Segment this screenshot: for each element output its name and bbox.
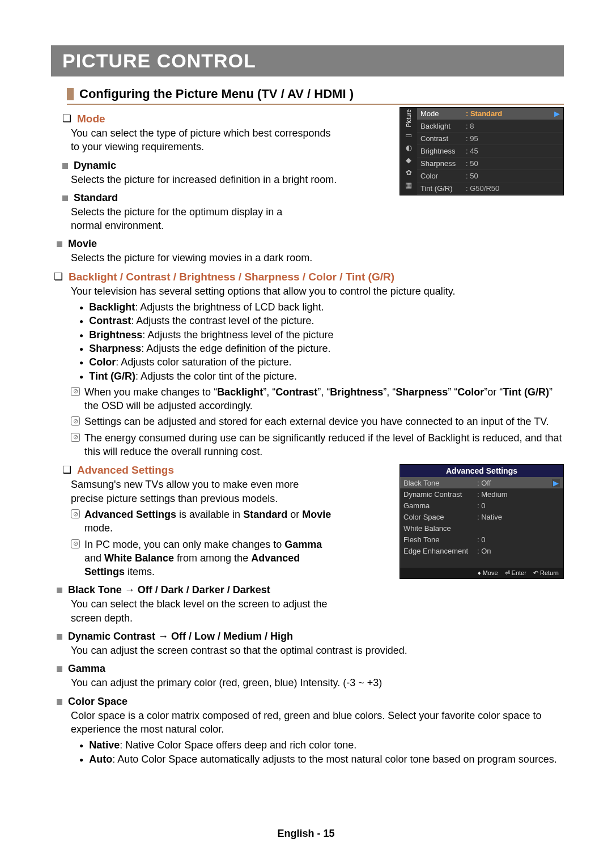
mode-heading: Mode — [77, 113, 105, 125]
osd-row: Mode: Standard▶ — [417, 108, 563, 120]
osd-footer: ♦ Move ⏎ Enter ↶ Return — [400, 568, 563, 578]
gray-bullet-icon — [57, 241, 62, 247]
black-tone-heading: Black Tone → Off / Dark / Darker / Darke… — [68, 584, 270, 596]
osd-row: White Balance — [400, 522, 563, 534]
adjustments-heading: Backlight / Contrast / Brightness / Shar… — [69, 271, 394, 283]
list-item: Backlight: Adjusts the brightness of LCD… — [79, 300, 564, 314]
list-item: Tint (G/R): Adjusts the color tint of th… — [79, 369, 564, 383]
movie-heading: Movie — [68, 238, 97, 250]
osd-row: Color: 50 — [417, 170, 563, 182]
dynamic-contrast-text: You can adjust the screen contrast so th… — [71, 644, 564, 657]
adjustments-intro: Your television has several setting opti… — [71, 284, 564, 298]
note: ⊘Advanced Settings is available in Stand… — [71, 508, 391, 535]
osd-row: Color Space: Native — [400, 511, 563, 522]
gray-bullet-icon — [57, 588, 62, 593]
picture-icon: ▭ — [401, 129, 416, 141]
note-icon: ⊘ — [71, 509, 80, 518]
gray-bullet-icon — [57, 699, 62, 705]
move-hint: ♦ Move — [478, 569, 498, 577]
osd-row: Dynamic Contrast: Medium — [400, 488, 563, 500]
square-bullet-icon: ❏ — [62, 113, 71, 125]
gray-bullet-icon — [57, 666, 62, 672]
mode-intro: You can select the type of picture which… — [71, 126, 337, 154]
standard-heading: Standard — [74, 192, 118, 204]
osd-row: Backlight: 8 — [417, 120, 563, 133]
page-title: PICTURE CONTROL — [51, 45, 564, 76]
osd-row: Contrast: 95 — [417, 133, 563, 145]
color-space-heading: Color Space — [68, 696, 128, 708]
arrow-right-icon: ▶ — [554, 109, 560, 118]
osd-row: Tint (G/R): G50/R50 — [417, 182, 563, 195]
section-heading: Configuring the Picture Menu (TV / AV / … — [67, 87, 564, 105]
note: ⊘In PC mode, you can only make changes t… — [71, 538, 391, 579]
accent-marker — [67, 88, 74, 100]
black-tone-text: You can select the black level on the sc… — [71, 597, 337, 625]
note: ⊘The energy consumed during use can be s… — [71, 431, 564, 459]
gamma-heading: Gamma — [68, 663, 105, 675]
gray-bullet-icon — [62, 163, 68, 169]
osd-row: Brightness: 45 — [417, 145, 563, 158]
color-space-text: Color space is a color matrix composed o… — [71, 709, 564, 737]
note-icon: ⊘ — [71, 539, 80, 548]
osd-row: Flesh Tone: 0 — [400, 534, 563, 545]
osd-row: Black Tone: Off▶ — [400, 477, 563, 488]
list-item: Brightness: Adjusts the brightness level… — [79, 328, 564, 342]
osd-rows: Mode: Standard▶ Backlight: 8 Contrast: 9… — [417, 108, 563, 195]
osd-advanced-title: Advanced Settings — [400, 465, 563, 477]
list-item: Auto: Auto Color Space automatically adj… — [79, 752, 564, 766]
osd-picture-thumbnail: Picture ▭ ◐ ◆ ✿ ▦ Mode: Standard▶ Backli… — [400, 107, 564, 195]
channel-icon: ◆ — [401, 154, 416, 166]
advanced-intro: Samsung's new TVs allow you to make even… — [71, 478, 326, 505]
setup-icon: ✿ — [401, 166, 416, 178]
list-item: Contrast: Adjusts the contrast level of … — [79, 314, 564, 327]
osd-tab-label: Picture — [406, 108, 412, 129]
note-icon: ⊘ — [71, 433, 80, 442]
gray-bullet-icon — [57, 634, 62, 640]
advanced-heading: Advanced Settings — [77, 464, 174, 476]
movie-text: Selects the picture for viewing movies i… — [71, 251, 564, 265]
sound-icon: ◐ — [401, 141, 416, 154]
dynamic-heading: Dynamic — [74, 160, 116, 172]
list-item: Native: Native Color Space offers deep a… — [79, 738, 564, 752]
square-bullet-icon: ❏ — [54, 271, 63, 283]
note-icon: ⊘ — [71, 387, 80, 396]
square-bullet-icon: ❏ — [62, 464, 71, 476]
return-hint: ↶ Return — [533, 569, 559, 577]
gray-bullet-icon — [62, 195, 68, 201]
arrow-right-icon: ▶ — [552, 479, 560, 487]
osd-row: Edge Enhancement: On — [400, 545, 563, 556]
note-icon: ⊘ — [71, 416, 80, 426]
section-heading-text: Configuring the Picture Menu (TV / AV / … — [79, 87, 354, 101]
input-icon: ▦ — [401, 178, 416, 191]
note: ⊘Settings can be adjusted and stored for… — [71, 415, 564, 428]
gamma-text: You can adjust the primary color (red, g… — [71, 676, 564, 690]
osd-row: Sharpness: 50 — [417, 158, 563, 170]
osd-row: Gamma: 0 — [400, 500, 563, 511]
note: ⊘When you make changes to “Backlight”, “… — [71, 385, 564, 413]
list-item: Sharpness: Adjusts the edge definition o… — [79, 342, 564, 355]
standard-text: Selects the picture for the optimum disp… — [71, 205, 314, 233]
osd-advanced-thumbnail: Advanced Settings Black Tone: Off▶ Dynam… — [400, 464, 564, 579]
page-footer: English - 15 — [0, 828, 612, 840]
osd-row-empty — [400, 556, 563, 568]
dynamic-contrast-heading: Dynamic Contrast → Off / Low / Medium / … — [68, 631, 293, 643]
enter-hint: ⏎ Enter — [505, 569, 526, 577]
list-item: Color: Adjusts color saturation of the p… — [79, 355, 564, 369]
